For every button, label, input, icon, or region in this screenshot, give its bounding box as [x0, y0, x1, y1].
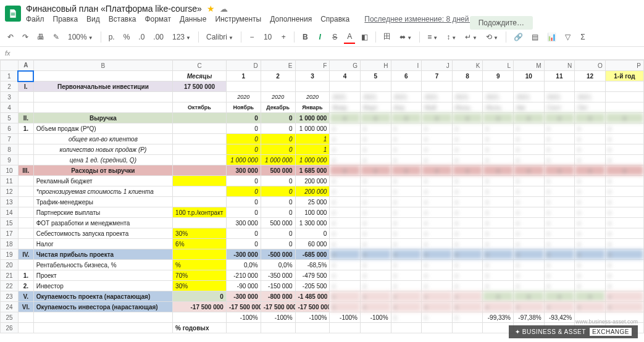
table-row: 2I.Первоначальные инвестиции17 500 000: [1, 81, 644, 92]
font-size-plus[interactable]: +: [278, 31, 289, 43]
table-row: 12*прогнозируемая стоимость 1 клиента002…: [1, 186, 644, 197]
col-header[interactable]: L: [483, 60, 514, 71]
table-row: 13Трафик-менеджеры0025 000xxxxxxxxxx: [1, 197, 644, 207]
formula-bar[interactable]: fx: [0, 47, 644, 60]
table-row: 11Рекламный бюджет00200 000xxxxxxxxxx: [1, 176, 644, 186]
dec-decrease-btn[interactable]: .0: [136, 31, 147, 43]
table-row: 4ОктябрьНоябрьДекабрьЯнварьФеврМартАпрМа…: [1, 102, 644, 113]
font-size-minus[interactable]: −: [246, 31, 257, 43]
col-header[interactable]: N: [544, 60, 575, 71]
fill-color-icon[interactable]: ◧: [359, 31, 370, 43]
app-header: Финансовый план «Платформа like-course» …: [0, 0, 644, 27]
toolbar: ↶ ↷ 🖶 ✎ 100%▼ р. % .0 .00 123▼ Calibri▼ …: [0, 27, 644, 47]
col-header[interactable]: A: [18, 60, 33, 71]
table-row: 10III.Расходы от выручки300 000500 0001 …: [1, 165, 644, 176]
table-row: 18Налог6%0060 000xxxxxxxxxx: [1, 239, 644, 249]
website-watermark: www.business-asset.com: [575, 319, 638, 325]
table-row: 1Месяцы1234567891011121-й год: [1, 71, 644, 81]
borders-icon[interactable]: 田: [381, 30, 393, 44]
menu-tools[interactable]: Инструменты: [215, 15, 261, 23]
table-row: 20Рентабельность бизнеса, %%0,0%0,0%-68,…: [1, 260, 644, 270]
col-header-row: A B C D E F G H I J K L M N O P: [1, 60, 644, 71]
undo-icon[interactable]: ↶: [5, 31, 16, 43]
comment-icon[interactable]: ▤: [529, 31, 541, 43]
number-format-btn[interactable]: 123▼: [170, 31, 193, 43]
currency-btn[interactable]: р.: [106, 31, 117, 43]
menu-format[interactable]: Формат: [144, 15, 171, 23]
table-row: 7общее кол-во клиентов001xxxxxxxxxx: [1, 134, 644, 144]
table-row: 14Партнерские выплаты100 т.р./контракт00…: [1, 207, 644, 218]
text-color-btn[interactable]: A: [344, 30, 355, 44]
menu-insert[interactable]: Вставка: [109, 15, 136, 23]
paint-format-icon[interactable]: ✎: [51, 31, 62, 43]
menu-addons[interactable]: Дополнения: [270, 15, 312, 23]
menu-view[interactable]: Вид: [86, 15, 100, 23]
link-icon[interactable]: 🔗: [511, 31, 525, 43]
col-header[interactable]: C: [173, 60, 227, 71]
bold-btn[interactable]: B: [299, 31, 311, 43]
sheets-logo: [5, 6, 21, 22]
redo-icon[interactable]: ↷: [20, 31, 31, 43]
table-row: 24VI.Окупаемость инвестора (нарастающая)…: [1, 302, 644, 312]
chart-icon[interactable]: 📊: [545, 31, 559, 43]
col-header[interactable]: O: [575, 60, 606, 71]
table-row: 8количество новых продаж (Р)001xxxxxxxxx…: [1, 144, 644, 155]
menu-edit[interactable]: Правка: [53, 15, 78, 23]
table-row: 23V.Окупаемость проекта (нарастающая)0-3…: [1, 291, 644, 302]
functions-icon[interactable]: Σ: [577, 31, 588, 43]
halign-icon[interactable]: ≡▼: [425, 31, 440, 43]
print-icon[interactable]: 🖶: [35, 31, 47, 43]
table-row: 5II.Выручка001 000 000xxxxxxxxxx: [1, 113, 644, 123]
dec-increase-btn[interactable]: .00: [151, 31, 166, 43]
menu-data[interactable]: Данные: [180, 15, 206, 23]
col-header[interactable]: G: [330, 60, 361, 71]
table-row: 17Себестоимость запуска проекта30%000xxx…: [1, 228, 644, 239]
document-title[interactable]: Финансовый план «Платформа like-course»: [26, 4, 202, 14]
table-row: 15ФОТ разработки и менеджмента300 000500…: [1, 218, 644, 228]
menu-bar: Файл Правка Вид Вставка Формат Данные Ин…: [26, 15, 491, 23]
font-select[interactable]: Calibri▼: [204, 31, 236, 43]
star-icon[interactable]: ★: [207, 4, 215, 14]
wrap-icon[interactable]: ↵▼: [462, 31, 480, 43]
col-header[interactable]: B: [33, 60, 172, 71]
table-row: 19IV.Чистая прибыль проекта-300 000-500 …: [1, 249, 644, 260]
table-row: 222.Инвестор30%-90 000-150 000-205 500xx…: [1, 281, 644, 291]
fx-icon: fx: [5, 49, 10, 57]
col-header[interactable]: D: [226, 60, 261, 71]
merge-icon[interactable]: ⬌▼: [397, 31, 414, 43]
col-header[interactable]: F: [295, 60, 330, 71]
selected-cell[interactable]: [18, 71, 33, 81]
col-header[interactable]: I: [391, 60, 422, 71]
table-row: 61.Объем продаж (P*Q)001 000 000xxxxxxxx…: [1, 123, 644, 134]
select-all[interactable]: [1, 60, 19, 71]
brand-watermark: ✦ BUSINESS & ASSETEXCHANGE: [509, 325, 638, 333]
font-size[interactable]: 10: [261, 31, 274, 43]
menu-file[interactable]: Файл: [26, 15, 44, 23]
col-header[interactable]: M: [514, 60, 545, 71]
spreadsheet-grid[interactable]: A B C D E F G H I J K L M N O P 1Месяцы1…: [0, 60, 644, 333]
col-header[interactable]: P: [605, 60, 643, 71]
rotate-icon[interactable]: ⟲▼: [483, 31, 501, 43]
zoom-select[interactable]: 100%▼: [65, 31, 96, 43]
menu-help[interactable]: Справка: [320, 15, 349, 23]
table-row: 211.Проект70%-210 000-350 000-479 500xxx…: [1, 270, 644, 281]
table-row: 3202020202020202120212021202120212021202…: [1, 92, 644, 102]
valign-icon[interactable]: ↕▼: [444, 31, 459, 43]
col-header[interactable]: J: [422, 60, 453, 71]
col-header[interactable]: E: [261, 60, 295, 71]
filter-icon[interactable]: ▽: [562, 31, 574, 43]
table-row: 25-100%-100%-100%-100%-100%xxx-99,33%-97…: [1, 312, 644, 323]
wait-badge: Подождите…: [470, 16, 533, 30]
strike-btn[interactable]: S: [329, 31, 340, 43]
col-header[interactable]: H: [360, 60, 391, 71]
cloud-icon[interactable]: ☁: [220, 4, 228, 14]
col-header[interactable]: K: [452, 60, 483, 71]
percent-btn[interactable]: %: [121, 31, 133, 43]
table-row: 9цена 1 ед. (средний, Q)1 000 0001 000 0…: [1, 155, 644, 165]
italic-btn[interactable]: I: [314, 31, 325, 43]
